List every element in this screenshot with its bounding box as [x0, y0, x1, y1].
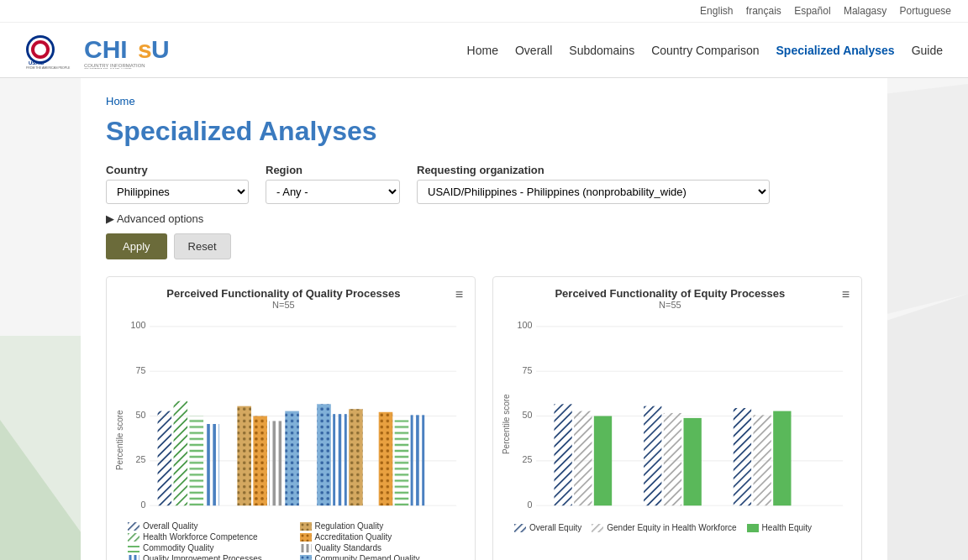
apply-button[interactable]: Apply: [106, 233, 167, 259]
charts-grid: Perceived Functionality of Quality Proce…: [106, 276, 862, 560]
legend-community-demand: Community Demand Quality: [300, 554, 467, 560]
chart-quality: Perceived Functionality of Quality Proce…: [106, 276, 476, 560]
nav-guide[interactable]: Guide: [912, 44, 943, 57]
legend-icon-overall-equity: [514, 524, 526, 532]
svg-rect-79: [514, 524, 526, 532]
legend-icon-overall-quality: [128, 522, 139, 531]
requesting-filter: Requesting organization USAID/Philippine…: [417, 164, 770, 204]
svg-rect-74: [664, 413, 681, 505]
nav-specialized-analyses[interactable]: Specialized Analyses: [776, 44, 895, 57]
chart-quality-area: Percentile score: [115, 317, 466, 560]
svg-text:0: 0: [527, 500, 532, 510]
advanced-options-toggle[interactable]: ▶ Advanced options: [106, 212, 862, 225]
chart-equity-header: Perceived Functionality of Equity Proces…: [502, 287, 853, 310]
btn-row: Apply Reset: [106, 233, 862, 259]
country-filter: Country Philippines: [106, 164, 249, 204]
chart-equity: Perceived Functionality of Equity Proces…: [492, 276, 862, 560]
svg-text:CHI: CHI: [84, 35, 128, 63]
nav-subdomains[interactable]: Subdomains: [569, 44, 634, 57]
chart-equity-menu-icon[interactable]: ≡: [839, 287, 853, 302]
svg-text:75: 75: [135, 365, 145, 375]
logos: USAID FROM THE AMERICAN PEOPLE CHI s U C…: [25, 31, 193, 69]
nav-country-comparison[interactable]: Country Comparison: [651, 44, 759, 57]
svg-text:100: 100: [131, 320, 146, 330]
legend-quality-standards: Quality Standards: [300, 543, 467, 552]
svg-rect-70: [554, 404, 571, 505]
svg-rect-39: [174, 401, 188, 505]
breadcrumb: Home: [106, 95, 862, 107]
svg-rect-81: [747, 524, 759, 532]
legend-icon-accreditation-quality: [300, 533, 312, 542]
reset-button[interactable]: Reset: [174, 233, 231, 259]
svg-rect-76: [734, 408, 751, 505]
svg-point-7: [34, 44, 46, 55]
svg-text:25: 25: [135, 454, 145, 464]
svg-text:25: 25: [522, 454, 532, 464]
legend-icon-community-demand: [300, 555, 312, 560]
svg-text:USAID: USAID: [29, 60, 45, 65]
legend-qi-processes: Quality Improvement Processes: [128, 554, 295, 560]
lang-malagasy[interactable]: Malagasy: [844, 5, 886, 17]
chart-equity-title: Perceived Functionality of Equity Proces…: [502, 287, 839, 300]
legend-icon-quality-standards: [300, 544, 312, 552]
svg-text:50: 50: [135, 410, 145, 420]
legend-accreditation-quality: Accreditation Quality: [300, 532, 467, 542]
legend-commodity-quality: Commodity Quality: [128, 543, 295, 552]
chart-equity-legend: Overall Equity Gender Equity in Health W…: [514, 523, 853, 532]
svg-text:75: 75: [522, 365, 532, 375]
main-nav: Home Overall Subdomains Country Comparis…: [467, 44, 943, 57]
svg-rect-54: [128, 533, 139, 542]
svg-rect-38: [158, 411, 172, 506]
lang-portuguese[interactable]: Portuguese: [900, 5, 951, 17]
country-select[interactable]: Philippines: [106, 180, 249, 204]
svg-rect-44: [269, 421, 283, 505]
chart-quality-yaxis: Percentile score: [115, 317, 124, 560]
lang-english[interactable]: English: [700, 5, 733, 17]
main-content: Home Specialized Analyses Country Philip…: [81, 78, 887, 560]
chart-equity-subtitle: N=55: [502, 300, 839, 310]
nav-home[interactable]: Home: [467, 44, 498, 57]
svg-rect-73: [644, 406, 661, 506]
country-label: Country: [106, 164, 249, 176]
breadcrumb-home[interactable]: Home: [106, 95, 135, 107]
lang-francais[interactable]: français: [746, 5, 781, 17]
svg-rect-42: [237, 406, 251, 506]
chart-quality-svg: 100 75 50 25 0: [128, 317, 466, 516]
svg-rect-55: [300, 533, 312, 542]
chart-quality-legend: Overall Quality Regulation Quality Healt…: [128, 521, 466, 560]
svg-rect-53: [300, 522, 312, 531]
svg-rect-72: [594, 416, 612, 506]
chart-quality-header: Perceived Functionality of Quality Proce…: [115, 287, 466, 310]
legend-icon-gender-equity: [592, 524, 603, 532]
svg-rect-58: [128, 555, 139, 560]
svg-rect-43: [253, 416, 267, 506]
svg-rect-71: [574, 411, 592, 506]
requesting-select[interactable]: USAID/Philippines - Philippines (nonprob…: [417, 180, 770, 204]
chart-quality-menu-icon[interactable]: ≡: [452, 287, 466, 302]
header: USAID FROM THE AMERICAN PEOPLE CHI s U C…: [0, 23, 968, 78]
svg-rect-56: [128, 544, 139, 552]
svg-rect-80: [592, 524, 603, 532]
chart-quality-title: Perceived Functionality of Quality Proce…: [115, 287, 452, 300]
svg-text:FROM THE AMERICAN PEOPLE: FROM THE AMERICAN PEOPLE: [26, 66, 71, 69]
legend-hw-competence: Health Workforce Competence: [128, 532, 295, 542]
svg-rect-40: [189, 416, 203, 506]
chart-equity-inner: 100 75 50 25 0: [514, 317, 853, 532]
lang-espanol[interactable]: Español: [794, 5, 830, 17]
legend-icon-health-equity: [747, 524, 759, 532]
region-select[interactable]: - Any -: [266, 180, 400, 204]
region-label: Region: [266, 164, 400, 176]
chart-equity-title-area: Perceived Functionality of Equity Proces…: [502, 287, 839, 310]
svg-rect-46: [317, 404, 331, 505]
svg-rect-57: [300, 544, 312, 552]
svg-text:U: U: [151, 35, 170, 63]
chart-quality-inner: 100 75 50 25 0: [128, 317, 466, 560]
nav-overall[interactable]: Overall: [515, 44, 552, 57]
legend-icon-commodity-quality: [128, 544, 139, 552]
svg-rect-50: [395, 420, 409, 505]
language-bar: English français Español Malagasy Portug…: [0, 0, 968, 23]
svg-rect-78: [773, 411, 791, 506]
page-title: Specialized Analyses: [106, 116, 862, 147]
svg-rect-41: [205, 424, 219, 505]
legend-overall-equity: Overall Equity: [514, 523, 581, 532]
